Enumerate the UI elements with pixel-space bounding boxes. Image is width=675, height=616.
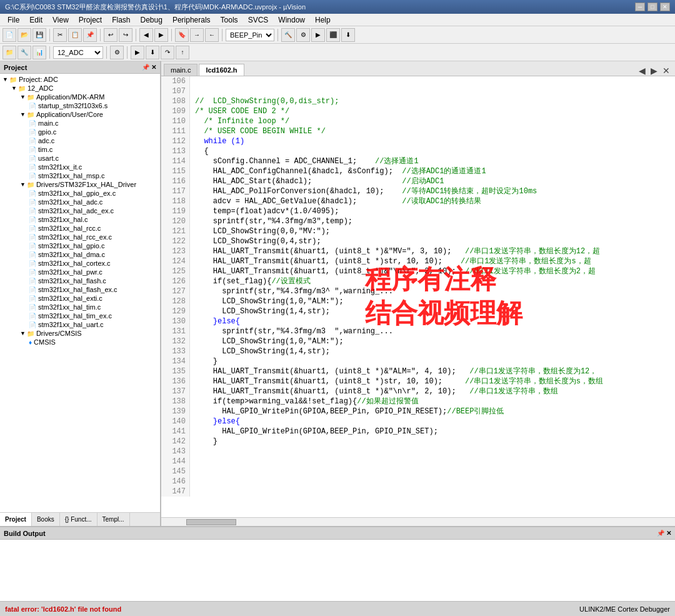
- cut-button[interactable]: ✂: [53, 28, 67, 42]
- target-select[interactable]: BEEP_Pin: [226, 29, 274, 41]
- code-line-123[interactable]: LCD_ShowString(0,0,"MV:");: [195, 226, 670, 236]
- menu-item-peripherals[interactable]: Peripherals: [168, 14, 216, 26]
- code-line-134[interactable]: sprintf(str,"%4.3fmg/m3 ",warning_...: [195, 326, 670, 336]
- menu-item-svcs[interactable]: SVCS: [243, 14, 274, 26]
- project-pin-icon[interactable]: 📌: [142, 64, 149, 71]
- code-line-140[interactable]: HAL_UART_Transmit(&huart1, (uint8_t *)st…: [195, 376, 670, 386]
- target-options-button[interactable]: ⚙: [110, 46, 124, 59]
- code-line-116[interactable]: HAL_ADC_PollForConversion(&hadcl, 10); /…: [195, 186, 670, 196]
- code-line-144[interactable]: HAL_GPIO_WritePin(GPIOA,BEEP_Pin, GPIO_P…: [195, 406, 670, 417]
- close-button[interactable]: ✕: [660, 3, 670, 11]
- code-line-147[interactable]: }: [195, 437, 670, 447]
- minimize-button[interactable]: ─: [635, 3, 645, 11]
- tree-item-27[interactable]: 📄 stm32f1xx_hal_tim_ex.c: [0, 311, 160, 320]
- step-out-button[interactable]: ↑: [176, 46, 189, 59]
- tree-item-11[interactable]: 📄 stm32f1xx_hal_msp.c: [0, 171, 160, 180]
- stop-button[interactable]: ⬛: [326, 28, 340, 42]
- tree-item-12[interactable]: ▼ 📁 Drivers/STM32F1xx_HAL_Driver: [0, 180, 160, 189]
- tree-item-0[interactable]: ▼ 📁 Project: ADC: [0, 75, 160, 84]
- code-lines[interactable]: // LCD_ShowString(0,0,dis_str);/* USER C…: [190, 76, 675, 497]
- tree-item-1[interactable]: ▼ 📁 12_ADC: [0, 84, 160, 93]
- code-container[interactable]: 1061071081091101111121131141151161171181…: [161, 76, 675, 517]
- tree-item-30[interactable]: ♦ CMSIS: [0, 338, 160, 346]
- tree-item-9[interactable]: 📄 usart.c: [0, 154, 160, 163]
- hscroll-thumb[interactable]: [186, 519, 236, 525]
- tree-item-7[interactable]: 📄 adc.c: [0, 136, 160, 145]
- indent-button[interactable]: →: [190, 28, 204, 42]
- code-line-133[interactable]: }else{: [195, 316, 670, 326]
- menu-item-debug[interactable]: Debug: [136, 14, 168, 26]
- proj-btn2[interactable]: 🔧: [18, 46, 31, 59]
- project-close-icon[interactable]: ✕: [151, 64, 156, 71]
- code-line-110[interactable]: /* USER CODE BEGIN WHILE */: [195, 126, 670, 136]
- menu-item-tools[interactable]: Tools: [216, 14, 243, 26]
- proj-btn1[interactable]: 📁: [2, 46, 16, 59]
- code-line-145[interactable]: }else{: [195, 417, 670, 427]
- debug-button[interactable]: ▶: [311, 28, 325, 42]
- tree-item-2[interactable]: ▼ 📁 Application/MDK-ARM: [0, 93, 160, 101]
- tree-item-17[interactable]: 📄 stm32f1xx_hal_rcc.c: [0, 224, 160, 233]
- code-line-130[interactable]: sprintf(str,"%4.3fmg/m3^ ",warning_...: [195, 286, 670, 296]
- code-line-143[interactable]: if(temp>warming_val&&!set_flag){//如果超过报警…: [195, 396, 670, 406]
- code-line-127[interactable]: HAL_UART_Transmit(&huart1, (uint8_t *)&"…: [195, 266, 670, 276]
- tree-item-13[interactable]: 📄 stm32f1xx_hal_gpio_ex.c: [0, 189, 160, 198]
- step-over-button[interactable]: ↷: [161, 46, 174, 59]
- code-line-136[interactable]: LCD_ShowString(1,4,str);: [195, 346, 670, 356]
- code-line-115[interactable]: HAL_ADC_Start(&hadcl); //启动ADC1: [195, 176, 670, 186]
- step-into-button[interactable]: ⬇: [146, 46, 159, 59]
- code-line-114[interactable]: HAL_ADC_ConfigChannel(&hadcl, &sConfig);…: [195, 166, 670, 176]
- tree-item-21[interactable]: 📄 stm32f1xx_hal_cortex.c: [0, 259, 160, 268]
- undo-button[interactable]: ↩: [104, 28, 118, 42]
- code-line-125[interactable]: HAL_UART_Transmit(&huart1, (uint8_t *)&"…: [195, 246, 670, 256]
- code-line-129[interactable]: if(set_flag){//设置模式: [195, 276, 670, 286]
- tree-item-26[interactable]: 📄 stm32f1xx_hal_tim.c: [0, 303, 160, 311]
- tree-item-29[interactable]: ▼ 📁 Drivers/CMSIS: [0, 329, 160, 338]
- editor-tab-lcd1602-h[interactable]: lcd1602.h: [199, 64, 244, 76]
- menu-item-file[interactable]: File: [2, 14, 24, 26]
- code-line-124[interactable]: LCD_ShowString(0,4,str);: [195, 236, 670, 246]
- project-tab-books[interactable]: Books: [32, 513, 60, 526]
- code-line-107[interactable]: /* USER CODE END 2 */: [195, 106, 670, 116]
- copy-button[interactable]: 📋: [68, 28, 82, 42]
- project-select[interactable]: 12_ADC: [53, 46, 103, 59]
- menu-item-help[interactable]: Help: [310, 14, 336, 26]
- project-tab-project[interactable]: Project: [0, 513, 32, 526]
- tree-item-25[interactable]: 📄 stm32f1xx_hal_exti.c: [0, 294, 160, 303]
- maximize-button[interactable]: □: [648, 3, 658, 11]
- code-line-120[interactable]: temp=(float)adcv*(1.0/4095);: [195, 206, 670, 216]
- nav-back-button[interactable]: ◀: [139, 28, 153, 42]
- run-button[interactable]: ▶: [131, 46, 144, 59]
- proj-btn3[interactable]: 📊: [32, 46, 46, 59]
- editor-tab-main-c[interactable]: main.c: [164, 64, 198, 76]
- code-line-122[interactable]: sprintf(str,"%4.3fmg/m3",temp);: [195, 216, 670, 226]
- tree-item-19[interactable]: 📄 stm32f1xx_hal_gpio.c: [0, 241, 160, 250]
- paste-button[interactable]: 📌: [83, 28, 97, 42]
- tab-close[interactable]: ✕: [660, 66, 672, 76]
- tree-item-23[interactable]: 📄 stm32f1xx_hal_flash.c: [0, 276, 160, 285]
- open-file-button[interactable]: 📂: [18, 28, 31, 42]
- menu-item-project[interactable]: Project: [74, 14, 107, 26]
- tree-item-14[interactable]: 📄 stm32f1xx_hal_adc.c: [0, 198, 160, 206]
- project-tab----funct---[interactable]: {} Funct...: [60, 513, 98, 526]
- code-line-111[interactable]: while (1): [195, 136, 670, 146]
- outdent-button[interactable]: ←: [205, 28, 219, 42]
- code-line-141[interactable]: HAL_UART_Transmit(&huart1, (uint8_t *)&"…: [195, 386, 670, 396]
- build-close-icon[interactable]: ✕: [666, 530, 671, 537]
- code-line-139[interactable]: HAL_UART_Transmit(&huart1, (uint8_t *)&"…: [195, 366, 670, 376]
- tree-item-16[interactable]: 📄 stm32f1xx_hal.c: [0, 215, 160, 224]
- nav-fwd-button[interactable]: ▶: [154, 28, 168, 42]
- code-line-131[interactable]: LCD_ShowString(1,0,"ALM:");: [195, 296, 670, 306]
- save-button[interactable]: 💾: [32, 28, 46, 42]
- tree-item-10[interactable]: 📄 stm32f1xx_it.c: [0, 163, 160, 171]
- code-line-112[interactable]: {: [195, 146, 670, 156]
- tree-item-22[interactable]: 📄 stm32f1xx_hal_pwr.c: [0, 268, 160, 276]
- code-line-126[interactable]: HAL_UART_Transmit(&huart1, (uint8_t *)st…: [195, 256, 670, 266]
- menu-item-edit[interactable]: Edit: [24, 14, 48, 26]
- menu-item-flash[interactable]: Flash: [107, 14, 135, 26]
- tree-item-28[interactable]: 📄 stm32f1xx_hal_uart.c: [0, 320, 160, 329]
- bookmark-button[interactable]: 🔖: [175, 28, 189, 42]
- code-line-132[interactable]: LCD_ShowString(1,4,str);: [195, 306, 670, 316]
- tab-nav-right[interactable]: ▶: [648, 66, 660, 76]
- build-pin-icon[interactable]: 📌: [657, 530, 664, 537]
- tree-item-20[interactable]: 📄 stm32f1xx_hal_dma.c: [0, 250, 160, 259]
